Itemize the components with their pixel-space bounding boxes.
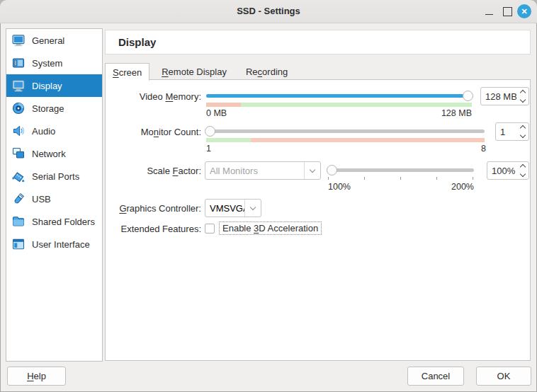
monitor-count-slider-track[interactable]: [206, 129, 485, 133]
monitor-count-spinbox[interactable]: 1: [495, 122, 529, 141]
sidebar-item-serial-ports[interactable]: Serial Ports: [6, 165, 102, 188]
chevron-down-icon[interactable]: [304, 162, 320, 179]
scale-factor-value[interactable]: 100%: [487, 162, 516, 179]
enable-3d-checkbox[interactable]: [205, 224, 215, 234]
maximize-icon: [503, 7, 512, 16]
tab-remote-display[interactable]: Remote Display: [154, 63, 234, 80]
sidebar-item-label: General: [32, 35, 64, 46]
sidebar-item-audio[interactable]: Audio: [6, 120, 102, 142]
video-memory-range-labels: 0 MB 128 MB: [206, 108, 472, 118]
sidebar-item-label: Serial Ports: [32, 171, 79, 182]
serial-ports-icon: [11, 169, 26, 183]
sidebar-item-label: USB: [32, 194, 51, 204]
scale-factor-slider-handle[interactable]: [327, 165, 337, 175]
graphics-controller-value: VMSVGA: [205, 203, 244, 214]
video-memory-value[interactable]: 128 MB: [481, 88, 516, 105]
sidebar-item-shared-folders[interactable]: Shared Folders: [6, 210, 102, 233]
graphics-controller-select[interactable]: VMSVGA: [205, 199, 261, 217]
monitor-count-spin-up[interactable]: [519, 125, 525, 131]
shared-folders-icon: [11, 214, 26, 229]
sidebar-item-label: Shared Folders: [32, 217, 95, 227]
settings-category-list: General System Display Storage Audio Net…: [6, 28, 103, 362]
video-memory-spinbox[interactable]: 128 MB: [480, 87, 529, 105]
sidebar-item-system[interactable]: System: [6, 52, 102, 74]
video-memory-slider-handle[interactable]: [463, 91, 473, 101]
scale-factor-label: Scale Factor:: [106, 166, 201, 176]
sidebar-item-label: Storage: [32, 103, 64, 114]
sidebar-item-general[interactable]: General: [6, 29, 102, 52]
chevron-down-icon[interactable]: [244, 200, 261, 217]
usb-icon: [11, 192, 26, 206]
scale-factor-slider-track[interactable]: [328, 168, 474, 172]
page-title: Display: [106, 36, 156, 48]
tab-recording[interactable]: Recording: [239, 63, 295, 80]
scale-factor-min-label: 100%: [328, 182, 351, 192]
titlebar[interactable]: SSD - Settings ✕: [0, 0, 537, 23]
scale-factor-range-labels: 100% 200%: [328, 182, 474, 192]
monitor-count-tick-strip: [206, 138, 485, 142]
sidebar-item-storage[interactable]: Storage: [6, 97, 102, 120]
monitor-count-label: Monitor Count:: [106, 127, 201, 137]
display-icon: [11, 79, 26, 93]
video-memory-min-label: 0 MB: [206, 108, 227, 118]
sidebar-item-label: Network: [32, 149, 66, 159]
minimize-icon: [485, 14, 493, 15]
help-button[interactable]: Help: [7, 367, 66, 386]
audio-icon: [11, 124, 26, 138]
scale-factor-monitor-value: All Monitors: [205, 166, 304, 176]
video-memory-slider[interactable]: [206, 91, 472, 102]
sidebar-item-network[interactable]: Network: [6, 142, 102, 165]
monitor-count-value[interactable]: 1: [496, 123, 516, 140]
maximize-button[interactable]: [500, 4, 514, 18]
video-memory-max-label: 128 MB: [441, 108, 472, 118]
sidebar-item-user-interface[interactable]: User Interface: [6, 233, 102, 255]
video-memory-slider-track[interactable]: [206, 94, 472, 98]
scale-factor-slider[interactable]: [328, 165, 474, 176]
sidebar-item-label: System: [32, 58, 62, 69]
monitor-count-slider-handle[interactable]: [205, 126, 215, 137]
settings-dialog: SSD - Settings ✕ General System Display …: [0, 0, 537, 392]
window-title: SSD - Settings: [0, 0, 537, 23]
minimize-button[interactable]: [482, 4, 496, 18]
monitor-count-range-labels: 1 8: [206, 144, 486, 154]
sidebar-item-usb[interactable]: USB: [6, 188, 102, 210]
storage-icon: [11, 101, 26, 115]
scale-factor-spinbox[interactable]: 100%: [487, 161, 529, 180]
scale-factor-max-label: 200%: [451, 182, 474, 192]
monitor-count-spin-down[interactable]: [519, 132, 525, 138]
monitor-count-min-label: 1: [206, 144, 211, 154]
general-icon: [11, 33, 26, 47]
sidebar-item-label: Display: [32, 81, 62, 91]
scale-factor-spin-down[interactable]: [519, 171, 525, 177]
monitor-count-max-label: 8: [481, 144, 486, 154]
video-memory-label: Video Memory:: [106, 91, 201, 102]
graphics-controller-label: Graphics Controller:: [106, 203, 201, 214]
scale-factor-tick-marks: [328, 177, 475, 180]
sidebar-item-label: Audio: [32, 126, 55, 137]
extended-features-label: Extended Features:: [106, 224, 201, 234]
screen-tab-panel: Video Memory: 0 MB 128 MB 128 MB Monitor…: [105, 79, 531, 361]
system-icon: [11, 56, 26, 70]
ok-button[interactable]: OK: [476, 367, 531, 386]
page-header: Display: [105, 30, 531, 54]
video-memory-spin-up[interactable]: [519, 90, 525, 96]
scale-factor-spin-up[interactable]: [519, 164, 525, 170]
user-interface-icon: [11, 237, 26, 251]
sidebar-item-display[interactable]: Display: [6, 74, 102, 97]
close-button[interactable]: ✕: [517, 4, 531, 18]
display-tabs: Screen Remote Display Recording: [105, 63, 295, 81]
close-icon: ✕: [521, 7, 527, 16]
tab-screen[interactable]: Screen: [105, 63, 149, 81]
scale-factor-monitor-select[interactable]: All Monitors: [205, 161, 321, 180]
video-memory-tick-strip: [206, 103, 472, 107]
sidebar-item-label: User Interface: [32, 239, 90, 250]
video-memory-spin-down[interactable]: [519, 97, 525, 103]
enable-3d-checkbox-label[interactable]: Enable 3D Acceleration: [219, 221, 322, 235]
network-icon: [11, 146, 26, 161]
cancel-button[interactable]: Cancel: [407, 367, 464, 386]
monitor-count-slider[interactable]: [206, 126, 485, 137]
